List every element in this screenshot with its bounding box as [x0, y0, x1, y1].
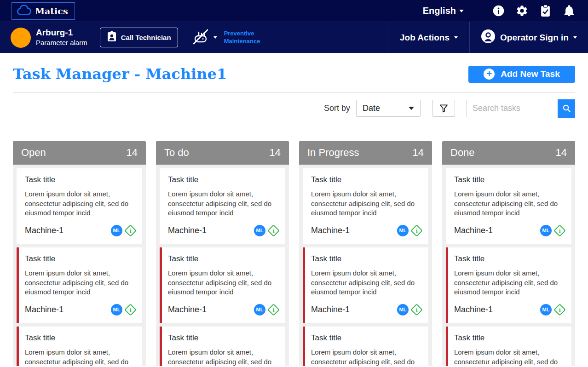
cloud-icon: [17, 5, 31, 17]
column-todo: To do 14 Task title Lorem ipsum dolor si…: [156, 141, 289, 366]
task-machine: Machine-1: [25, 305, 63, 315]
task-title: Task title: [25, 175, 135, 184]
task-title: Task title: [454, 254, 564, 264]
column-count: 14: [127, 147, 138, 159]
sort-selected-value: Date: [363, 103, 380, 113]
search-button[interactable]: [558, 99, 575, 118]
kanban-board: Open 14 Task title Lorem ipsum dolor sit…: [13, 141, 575, 366]
brand-name: Matics: [35, 6, 68, 16]
info-diamond-icon[interactable]: i: [553, 304, 566, 316]
filter-funnel-icon: [438, 103, 449, 114]
column-count: 14: [270, 147, 281, 159]
task-machine: Machine-1: [454, 226, 493, 235]
ml-badge: ML: [254, 225, 265, 236]
info-diamond-icon[interactable]: i: [410, 224, 423, 237]
task-title: Task title: [454, 333, 564, 343]
task-machine: Machine-1: [25, 226, 63, 235]
task-description: Lorem ipsum dolor sit amet, consectetur …: [25, 189, 135, 218]
add-new-task-button[interactable]: + Add New Task: [468, 66, 575, 83]
plus-icon: +: [484, 69, 495, 80]
task-description: Lorem ipsum dolor sit amet, consectetur …: [311, 348, 421, 366]
preventive-maintenance-link[interactable]: Preventive Maintenance: [224, 30, 276, 46]
task-card[interactable]: Task title Lorem ipsum dolor sit amet, c…: [303, 327, 428, 366]
notifications-bell-icon[interactable]: [563, 5, 575, 17]
machine-status-avatar[interactable]: [11, 28, 31, 48]
operator-signin-menu[interactable]: Operator Sign in: [469, 22, 588, 53]
brand-logo[interactable]: Matics: [12, 2, 75, 20]
task-card[interactable]: Task title Lorem ipsum dolor sit amet, c…: [303, 168, 428, 244]
info-diamond-icon[interactable]: i: [267, 304, 280, 316]
task-machine: Machine-1: [311, 226, 350, 235]
task-card[interactable]: Task title Lorem ipsum dolor sit amet, c…: [160, 168, 285, 244]
task-card[interactable]: Task title Lorem ipsum dolor sit amet, c…: [446, 327, 571, 366]
task-description: Lorem ipsum dolor sit amet, consectetur …: [168, 269, 278, 297]
language-label: English: [423, 6, 456, 16]
ml-badge: ML: [540, 225, 552, 236]
column-title: Open: [21, 147, 46, 159]
operator-icon: [481, 29, 496, 46]
chevron-down-icon: [459, 10, 464, 12]
info-diamond-icon[interactable]: i: [267, 224, 280, 237]
topbar-actions: English: [423, 5, 575, 17]
call-technician-button[interactable]: Call Technician: [100, 28, 178, 47]
task-title: Task title: [168, 333, 278, 343]
task-card[interactable]: Task title Lorem ipsum dolor sit amet, c…: [446, 168, 571, 244]
machine-info: Arburg-1 Parameter alarm Call Technician: [0, 22, 276, 53]
task-card[interactable]: Task title Lorem ipsum dolor sit amet, c…: [17, 247, 142, 323]
task-title: Task title: [168, 175, 278, 184]
task-title: Task title: [168, 254, 278, 264]
column-title: In Progress: [307, 147, 359, 159]
task-description: Lorem ipsum dolor sit amet, consectetur …: [454, 189, 564, 218]
search-group: [467, 99, 575, 118]
task-title: Task title: [311, 175, 421, 184]
column-body: Task title Lorem ipsum dolor sit amet, c…: [299, 165, 432, 366]
task-title: Task title: [311, 254, 421, 264]
task-card[interactable]: Task title Lorem ipsum dolor sit amet, c…: [160, 327, 285, 366]
page-title: Task Manager - Machine1: [13, 65, 227, 83]
info-diamond-icon[interactable]: i: [410, 304, 423, 316]
column-header: In Progress 14: [299, 141, 432, 165]
task-card[interactable]: Task title Lorem ipsum dolor sit amet, c…: [446, 247, 571, 323]
column-in-progress: In Progress 14 Task title Lorem ipsum do…: [299, 141, 432, 366]
ml-badge: ML: [540, 304, 552, 315]
main-content: Task Manager - Machine1 + Add New Task S…: [0, 53, 588, 366]
task-title: Task title: [311, 333, 421, 343]
column-header: Done 14: [442, 141, 575, 165]
info-icon[interactable]: [492, 5, 505, 17]
sort-select[interactable]: Date: [356, 100, 421, 117]
machine-identity: Arburg-1 Parameter alarm: [36, 28, 87, 47]
job-actions-label: Job Actions: [400, 33, 450, 43]
task-card[interactable]: Task title Lorem ipsum dolor sit amet, c…: [303, 247, 428, 323]
info-diamond-icon[interactable]: i: [553, 224, 566, 237]
task-machine: Machine-1: [168, 226, 207, 235]
task-card[interactable]: Task title Lorem ipsum dolor sit amet, c…: [17, 168, 142, 244]
language-selector[interactable]: English: [423, 6, 464, 16]
operator-signin-label: Operator Sign in: [500, 33, 569, 43]
ml-badge: ML: [397, 304, 409, 315]
chevron-down-icon: [573, 36, 577, 39]
technician-badge-icon: [107, 31, 117, 44]
job-actions-menu[interactable]: Job Actions: [388, 22, 469, 53]
task-description: Lorem ipsum dolor sit amet, consectetur …: [25, 348, 135, 366]
title-row: Task Manager - Machine1 + Add New Task: [13, 53, 575, 83]
column-title: Done: [450, 147, 475, 159]
task-machine: Machine-1: [168, 305, 207, 315]
column-body: Task title Lorem ipsum dolor sit amet, c…: [442, 165, 575, 366]
filter-button[interactable]: [432, 100, 455, 117]
info-diamond-icon[interactable]: i: [124, 304, 137, 316]
machine-bar-actions: Job Actions Operator Sign in: [388, 22, 588, 53]
robot-toggle[interactable]: [191, 27, 217, 48]
task-machine: Machine-1: [311, 305, 350, 315]
search-input[interactable]: [467, 100, 558, 117]
sort-by-label: Sort by: [324, 103, 350, 113]
task-card[interactable]: Task title Lorem ipsum dolor sit amet, c…: [160, 247, 285, 323]
settings-gear-icon[interactable]: [516, 5, 528, 17]
column-body: Task title Lorem ipsum dolor sit amet, c…: [156, 165, 289, 366]
task-description: Lorem ipsum dolor sit amet, consectetur …: [454, 269, 564, 297]
task-card[interactable]: Task title Lorem ipsum dolor sit amet, c…: [17, 327, 142, 366]
tasks-clipboard-icon[interactable]: [539, 5, 552, 17]
task-title: Task title: [25, 333, 135, 343]
machine-name: Arburg-1: [36, 28, 87, 38]
info-diamond-icon[interactable]: i: [124, 224, 137, 237]
column-title: To do: [164, 147, 189, 159]
